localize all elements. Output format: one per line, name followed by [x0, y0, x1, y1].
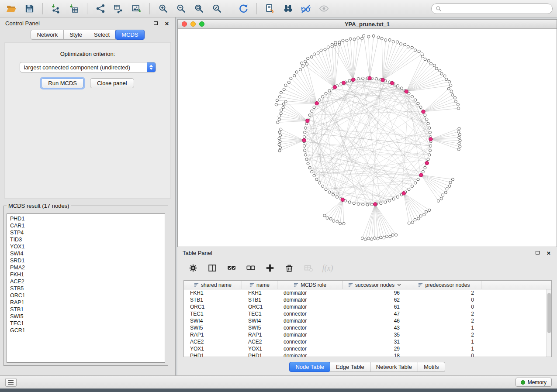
- cell-shared-name: RAP1: [184, 332, 242, 338]
- table-vertical-scrollbar[interactable]: [546, 289, 551, 357]
- cell-mcds-role: dominator: [277, 290, 343, 296]
- export-image-button[interactable]: [129, 2, 143, 15]
- result-node-item[interactable]: TEC1: [10, 320, 162, 327]
- import-network-from-file-button[interactable]: [49, 2, 63, 15]
- result-node-item[interactable]: YOX1: [10, 243, 162, 250]
- run-mcds-button[interactable]: Run MCDS: [41, 78, 84, 88]
- table-row[interactable]: FKH1FKH1dominator962: [184, 289, 551, 296]
- table-row[interactable]: ACE2ACE2connector311: [184, 338, 551, 345]
- deselect-all-rows-button[interactable]: [245, 262, 257, 274]
- search-network-button[interactable]: [281, 2, 295, 15]
- save-session-button[interactable]: [22, 2, 36, 15]
- table-row[interactable]: TEC1TEC1connector472: [184, 310, 551, 317]
- mcds-result-title: MCDS result (17 nodes): [7, 203, 71, 209]
- tab-style[interactable]: Style: [63, 30, 88, 40]
- zoom-out-button[interactable]: [174, 2, 188, 15]
- result-node-item[interactable]: SRD1: [10, 257, 162, 264]
- memory-button[interactable]: Memory: [515, 378, 552, 387]
- close-mcds-panel-button[interactable]: Close panel: [90, 78, 134, 88]
- zoom-window-button[interactable]: [199, 21, 204, 27]
- result-node-item[interactable]: STB5: [10, 285, 162, 292]
- scrollbar-thumb[interactable]: [547, 293, 551, 333]
- hide-selected-button[interactable]: [299, 2, 313, 15]
- tab-network[interactable]: Network: [31, 30, 64, 40]
- zoom-selected-button[interactable]: [210, 2, 224, 15]
- result-node-item[interactable]: SWI4: [10, 250, 162, 257]
- column-settings-button[interactable]: [187, 262, 199, 274]
- result-node-item[interactable]: SWI5: [10, 313, 162, 320]
- minimize-window-button[interactable]: [190, 21, 196, 27]
- result-node-item[interactable]: GCR1: [10, 327, 162, 334]
- clear-table-button[interactable]: [302, 262, 315, 274]
- result-node-item[interactable]: TID3: [10, 236, 162, 243]
- result-node-item[interactable]: ACE2: [10, 278, 162, 285]
- task-history-button[interactable]: [5, 378, 17, 387]
- result-node-item[interactable]: RAP1: [10, 299, 162, 306]
- close-panel-x-button[interactable]: ×: [164, 20, 170, 26]
- result-node-item[interactable]: FKH1: [10, 271, 162, 278]
- memory-label: Memory: [528, 379, 547, 385]
- column-header-predecessor-nodes[interactable]: predecessor nodes: [407, 281, 481, 289]
- zoom-fit-button[interactable]: [192, 2, 206, 15]
- close-window-button[interactable]: [182, 21, 187, 27]
- share-document-button[interactable]: [263, 2, 277, 15]
- search-input[interactable]: [444, 6, 548, 12]
- tab-mcds[interactable]: MCDS: [115, 30, 144, 40]
- table-row[interactable]: RAP1RAP1dominator352: [184, 331, 551, 338]
- chevron-down-icon[interactable]: [397, 282, 401, 287]
- table-row[interactable]: PHD1PHD1dominator180: [184, 352, 551, 357]
- show-all-button[interactable]: [317, 2, 331, 15]
- result-node-item[interactable]: STP4: [10, 229, 162, 236]
- delete-column-button[interactable]: [283, 262, 295, 274]
- result-node-item[interactable]: CAR1: [10, 222, 162, 229]
- network-window-titlebar[interactable]: YPA_prune.txt_1: [178, 20, 557, 29]
- result-node-item[interactable]: PHD1: [10, 215, 162, 222]
- cell-successor-nodes: 18: [343, 353, 407, 357]
- table-row[interactable]: ORC1ORC1dominator610: [184, 303, 551, 310]
- float-panel-button[interactable]: [152, 20, 159, 26]
- table-tab-network-table[interactable]: Network Table: [370, 362, 418, 372]
- column-header-name[interactable]: name: [242, 281, 277, 289]
- search-box[interactable]: [431, 3, 553, 14]
- open-session-button[interactable]: [4, 2, 18, 15]
- network-from-table-button[interactable]: [111, 2, 125, 15]
- result-node-item[interactable]: STB1: [10, 306, 162, 313]
- table-bottom-tabs: Node TableEdge TableNetwork TableMotifs: [177, 362, 557, 372]
- float-table-panel-button[interactable]: [534, 250, 540, 256]
- table-row[interactable]: YOX1YOX1connector291: [184, 345, 551, 352]
- toggle-column-view-button[interactable]: [206, 262, 218, 274]
- cell-name: TEC1: [242, 311, 277, 317]
- result-node-item[interactable]: ORC1: [10, 292, 162, 299]
- new-network-button[interactable]: [93, 2, 107, 15]
- table-tab-motifs[interactable]: Motifs: [418, 362, 445, 372]
- mcds-result-list[interactable]: PHD1CAR1STP4TID3YOX1SWI4SRD1PMA2FKH1ACE2…: [7, 213, 165, 363]
- status-bar: Memory: [0, 375, 557, 389]
- refresh-view-button[interactable]: [236, 2, 250, 15]
- add-column-button[interactable]: [264, 262, 276, 274]
- column-header-shared-name[interactable]: shared name: [184, 281, 242, 289]
- close-table-panel-button[interactable]: ×: [546, 250, 552, 256]
- tab-select[interactable]: Select: [88, 30, 116, 40]
- table-row[interactable]: SWI4SWI4dominator462: [184, 317, 551, 324]
- select-all-rows-button[interactable]: [225, 262, 238, 274]
- eye-icon: [318, 3, 329, 14]
- function-builder-button[interactable]: f(x): [322, 262, 334, 274]
- cell-shared-name: STB1: [184, 297, 242, 303]
- table-row[interactable]: SWI5SWI5connector431: [184, 324, 551, 331]
- table-row[interactable]: STB1STB1dominator620: [184, 296, 551, 303]
- zoom-in-button[interactable]: [156, 2, 170, 15]
- result-node-item[interactable]: PMA2: [10, 264, 162, 271]
- table-tab-edge-table[interactable]: Edge Table: [330, 362, 370, 372]
- table-tab-node-table[interactable]: Node Table: [289, 362, 330, 372]
- network-canvas[interactable]: [178, 29, 557, 246]
- import-table-from-file-button[interactable]: [67, 2, 81, 15]
- cell-successor-nodes: 29: [343, 346, 407, 352]
- column-header-successor-nodes[interactable]: successor nodes: [343, 281, 407, 289]
- checked-boxes-icon: [226, 263, 237, 273]
- main-toolbar: [0, 0, 557, 17]
- column-header-mcds-role[interactable]: MCDS role: [277, 281, 343, 289]
- criterion-select[interactable]: largest connected component (undirected): [20, 62, 156, 72]
- cell-mcds-role: connector: [277, 339, 343, 345]
- cell-predecessor-nodes: 2: [407, 290, 481, 296]
- gear-icon: [188, 263, 198, 273]
